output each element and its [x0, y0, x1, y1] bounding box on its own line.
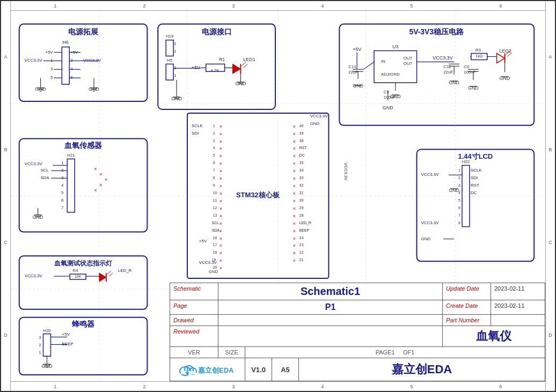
svg-text:R3: R3 — [475, 48, 481, 53]
title-row-3: Drawed Part Number — [170, 315, 545, 326]
svg-text:RST: RST — [471, 183, 479, 188]
schematic-label: Schematic — [170, 283, 218, 300]
col-num-b2: 2 — [100, 384, 189, 389]
svg-text:VCC3.3V: VCC3.3V — [343, 162, 348, 181]
svg-text:×: × — [94, 187, 97, 193]
svg-text:×: × — [99, 171, 103, 177]
reviewed-value — [218, 326, 443, 346]
col-num-1: 1 — [11, 3, 100, 9]
row-letter-cr: C — [548, 196, 552, 289]
svg-line-89 — [363, 62, 374, 69]
svg-text:LED1: LED1 — [243, 57, 255, 62]
svg-text:H21: H21 — [67, 153, 75, 158]
svg-text:OUT: OUT — [404, 61, 413, 66]
svg-text:9: 9 — [213, 183, 215, 187]
svg-text:+5V: +5V — [45, 50, 53, 55]
svg-text:×: × — [220, 191, 222, 196]
svg-text:28: 28 — [299, 213, 304, 217]
svg-text:×: × — [220, 153, 222, 159]
svg-text:H20: H20 — [43, 328, 51, 333]
svg-text:22uF: 22uF — [348, 70, 358, 75]
svg-text:GND: GND — [310, 121, 320, 126]
svg-rect-48 — [166, 64, 173, 80]
svg-text:×: × — [220, 265, 222, 271]
row-letter-d: D — [4, 289, 8, 381]
svg-text:29: 29 — [299, 206, 304, 210]
col-num-b5: 5 — [367, 384, 456, 389]
svg-text:1kΩ: 1kΩ — [476, 54, 483, 58]
svg-text:C12: C12 — [443, 64, 451, 69]
svg-text:×: × — [293, 258, 296, 263]
svg-text:VCC3.3V: VCC3.3V — [421, 220, 439, 225]
schematic-area: 电源拓展 H6 +5V 1 3 5 +5V 2 4 6 VCC3.3V VCC3 — [11, 11, 545, 381]
size-label: SIZE — [218, 347, 245, 358]
title-row-5: VER SIZE PAGE1 OF1 — [170, 347, 545, 358]
svg-text:35: 35 — [299, 161, 304, 165]
update-date-value: 2023-02-11 — [491, 283, 545, 300]
svg-text:22uF: 22uF — [443, 70, 453, 75]
logo-area: 嘉立创EDA — [170, 358, 245, 381]
svg-text:1: 1 — [213, 124, 215, 128]
svg-text:SCLK: SCLK — [192, 123, 203, 128]
svg-marker-60 — [232, 64, 240, 73]
svg-text:GND: GND — [421, 236, 430, 241]
svg-text:6: 6 — [213, 161, 215, 165]
svg-text:+5V: +5V — [199, 239, 207, 243]
svg-text:VCC3.3V: VCC3.3V — [199, 260, 217, 265]
title-row-2: Page P1 Create Date 2023-02-11 — [170, 300, 545, 315]
svg-text:BEEP: BEEP — [299, 228, 310, 232]
svg-text:×: × — [220, 243, 222, 248]
svg-text:GND: GND — [209, 269, 218, 274]
svg-text:LED_R: LED_R — [299, 221, 311, 225]
col-num-4: 4 — [278, 3, 367, 9]
svg-text:R4: R4 — [72, 268, 78, 273]
col-num-2: 2 — [100, 3, 189, 9]
svg-text:×: × — [220, 258, 222, 263]
svg-text:4: 4 — [458, 191, 460, 195]
svg-text:×: × — [293, 191, 296, 196]
svg-text:×: × — [293, 206, 296, 211]
svg-text:33: 33 — [299, 176, 304, 180]
title-row-4: Reviewed 血氧仪 — [170, 326, 545, 347]
svg-text:1: 1 — [458, 168, 460, 172]
svg-text:GND: GND — [383, 105, 393, 110]
svg-text:VCC3.3V: VCC3.3V — [310, 114, 328, 119]
svg-text:C6: C6 — [464, 64, 470, 69]
create-date-label: Create Date — [443, 300, 491, 314]
col-num-3: 3 — [189, 3, 278, 9]
svg-rect-10 — [62, 47, 69, 85]
svg-text:×: × — [220, 228, 222, 234]
row-letter-ar: A — [548, 11, 552, 103]
svg-text:2: 2 — [458, 176, 460, 180]
svg-text:100nF: 100nF — [384, 95, 396, 100]
svg-text:3: 3 — [39, 335, 41, 340]
svg-text:2: 2 — [39, 343, 41, 347]
svg-text:×: × — [293, 198, 296, 204]
col-num-6: 6 — [456, 3, 545, 9]
ver-label: VER — [170, 347, 218, 358]
page-num-val: 1 — [391, 349, 394, 356]
svg-text:SDA: SDA — [212, 228, 220, 232]
svg-text:×: × — [293, 161, 296, 166]
ruler-right: A B C D — [545, 1, 555, 391]
svg-text:2: 2 — [174, 41, 177, 46]
svg-text:×: × — [220, 139, 222, 144]
svg-text:3: 3 — [50, 66, 53, 71]
svg-text:SCL: SCL — [41, 168, 49, 173]
ruler-left: A B C D — [1, 1, 11, 391]
svg-marker-250 — [99, 273, 106, 282]
svg-text:34: 34 — [299, 168, 304, 172]
svg-text:VCC3.3V: VCC3.3V — [421, 172, 439, 177]
svg-text:H5: H5 — [167, 58, 173, 63]
title-row-6: 嘉立创EDA V1.0 A5 嘉立创EDA — [170, 358, 545, 381]
svg-text:×: × — [220, 221, 222, 226]
svg-text:SCLK: SCLK — [471, 168, 482, 173]
create-date-value: 2023-02-11 — [491, 300, 545, 314]
svg-text:LED_R: LED_R — [118, 268, 132, 273]
svg-text:31: 31 — [299, 191, 304, 195]
svg-text:30: 30 — [299, 198, 304, 202]
company-logo-svg: 嘉立创EDA — [175, 361, 240, 378]
project-name: 血氧仪 — [443, 326, 545, 346]
svg-text:×: × — [99, 182, 103, 188]
svg-line-253 — [109, 273, 113, 276]
